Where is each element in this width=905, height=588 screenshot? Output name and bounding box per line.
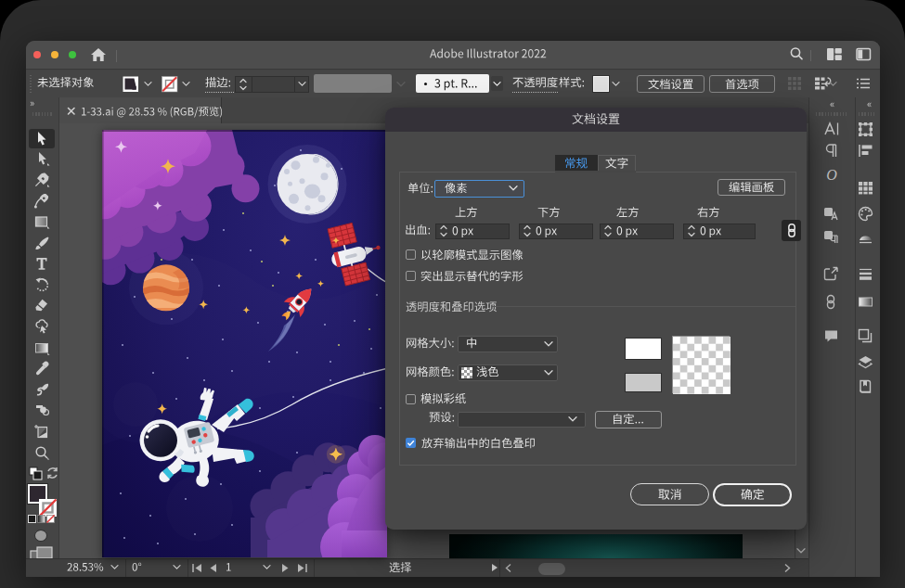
svg-text:O: O (826, 167, 837, 183)
